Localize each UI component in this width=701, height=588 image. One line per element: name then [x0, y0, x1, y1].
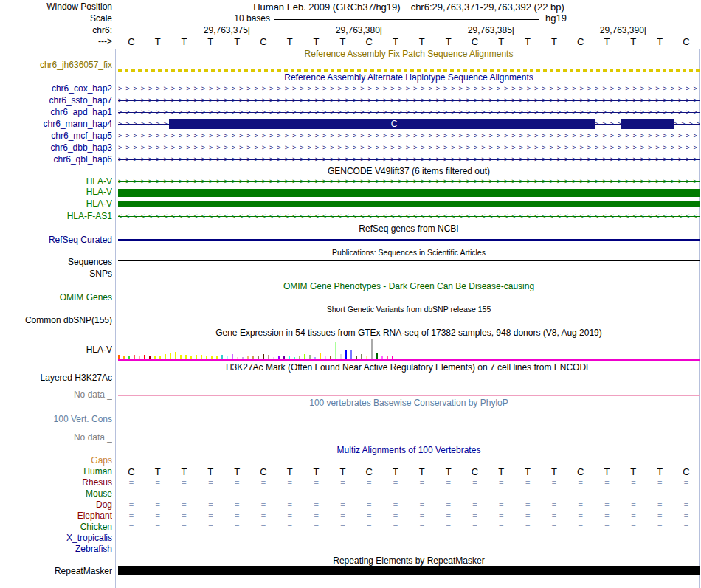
repeatmasker-track-title[interactable]: Repeating Elements by RepeatMasker — [118, 556, 700, 566]
align-mark: = — [118, 499, 145, 511]
repeatmasker-element[interactable] — [118, 566, 700, 575]
gene-label[interactable]: HLA-V — [0, 187, 112, 197]
alt-hap-block[interactable] — [621, 119, 674, 129]
multiz-human-bases[interactable]: CTTTTCTTTCTTTCTTTCTTTC — [118, 466, 700, 477]
alt-hap-track-title[interactable]: Reference Assembly Alternate Haplotype S… — [118, 72, 700, 83]
align-mark: = — [382, 511, 409, 522]
refseq-track-title[interactable]: RefSeq genes from NCBI — [118, 224, 700, 234]
alt-hap-alignment[interactable]: >>>>>>>>>>>>>>>>>>>>>>>>>>>>>>>>>>>>>>>>… — [595, 118, 621, 130]
alt-hap-item-label[interactable]: chr6_mcf_hap5 — [0, 130, 112, 142]
base-cell: C — [250, 466, 277, 477]
multiz-row-label-rhesus[interactable]: Rhesus — [0, 477, 112, 488]
multiz-alignment-marks[interactable]: ====================== — [118, 499, 700, 511]
alt-hap-alignment[interactable]: >>>>>>>>>>>>>>>>>>>>>>>>>>>>>>>>>>>>>>>>… — [118, 153, 700, 165]
alt-hap-alignment[interactable]: >>>>>>>>>>>>>>>>>>>>>>>>>>>>>>>>>>>>>>>>… — [118, 83, 700, 94]
alt-hap-item-label[interactable]: chr6_cox_hap2 — [0, 83, 112, 94]
gtex-track-title[interactable]: Gene Expression in 54 tissues from GTEx … — [118, 328, 700, 338]
alt-hap-item-label[interactable]: chr6_ssto_hap7 — [0, 94, 112, 106]
base-cell: T — [224, 36, 250, 47]
gene-exon-block[interactable] — [118, 201, 700, 207]
gencode-track-title[interactable]: GENCODE V49lift37 (6 items filtered out) — [118, 166, 700, 176]
omim-track-title[interactable]: OMIM Gene Phenotypes - Dark Green Can Be… — [118, 281, 700, 291]
publications-item-label[interactable]: Sequences — [0, 257, 112, 267]
align-mark: = — [409, 522, 435, 533]
align-mark: = — [197, 511, 224, 522]
align-mark: = — [409, 511, 435, 522]
base-cell: T — [277, 466, 303, 477]
gene-exon-block[interactable] — [118, 189, 700, 197]
alt-hap-alignment[interactable]: >>>>>>>>>>>>>>>>>>>>>>>>>>>>>>>>>>>>>>>>… — [118, 106, 700, 118]
alt-hap-alignment[interactable]: >>>>>>>>>>>>>>>>>>>>>>>>>>>>>>>>>>>>>>>>… — [118, 142, 700, 153]
align-mark: = — [250, 499, 277, 511]
alt-hap-item-label[interactable]: chr6_dbb_hap3 — [0, 142, 112, 153]
alt-hap-item-label[interactable]: chr6_qbl_hap6 — [0, 153, 112, 165]
gene-intron-line[interactable]: <<<<<<<<<<<<<<<<<<<<<<<<<<<<<<<<<<<<<<<<… — [118, 211, 700, 222]
base-cell: T — [382, 36, 409, 47]
alt-hap-alignment[interactable]: >>>>>>>>>>>>>>>>>>>>>>>>>>>>>>>>>>>>>>>>… — [118, 118, 169, 130]
align-mark: = — [435, 522, 462, 533]
multiz-track-title[interactable]: Multiz Alignments of 100 Vertebrates — [118, 445, 700, 455]
alt-hap-alignment[interactable]: >>>>>>>>>>>>>>>>>>>>>>>>>>>>>>>>>>>>>>>>… — [118, 130, 700, 142]
align-mark: = — [224, 499, 250, 511]
multiz-alignment-marks[interactable]: ====================== — [118, 511, 700, 522]
base-position-ruler[interactable]: CTTTTCTTTCTTTCTTTCTTTC — [118, 36, 700, 47]
refseq-item-label[interactable]: RefSeq Curated — [0, 235, 112, 245]
gtex-expression-bars[interactable] — [118, 338, 700, 359]
base-cell: T — [646, 36, 673, 47]
gene-label[interactable]: HLA-F-AS1 — [0, 211, 112, 222]
multiz-row-label-human[interactable]: Human — [0, 466, 112, 477]
align-mark: = — [303, 499, 330, 511]
fix-patch-alignment[interactable] — [118, 69, 700, 72]
phylop-track-label[interactable]: 100 Vert. Cons — [0, 414, 112, 424]
phylop-track-title[interactable]: 100 vertebrates Basewise Conservation by… — [118, 398, 700, 408]
multiz-row-label-xtropicalis[interactable]: X_tropicalis — [0, 533, 112, 544]
align-mark: = — [567, 522, 594, 533]
multiz-row-label-chicken[interactable]: Chicken — [0, 522, 112, 533]
fix-patch-track-title[interactable]: Reference Assembly Fix Patch Sequence Al… — [118, 49, 700, 59]
omim-track-label[interactable]: OMIM Genes — [0, 292, 112, 302]
align-mark: = — [356, 511, 382, 522]
multiz-alignment-marks[interactable]: ====================== — [118, 477, 700, 488]
alt-hap-block[interactable] — [169, 119, 595, 129]
multiz-row-label-elephant[interactable]: Elephant — [0, 511, 112, 522]
base-cell: T — [303, 466, 330, 477]
alt-hap-item-label[interactable]: chr6_mann_hap4 — [0, 118, 112, 130]
dbsnp-track-title[interactable]: Short Genetic Variants from dbSNP releas… — [118, 304, 700, 314]
alt-hap-item-label[interactable]: chr6_apd_hap1 — [0, 106, 112, 118]
gtex-gene-label[interactable]: HLA-V — [0, 345, 112, 355]
h3k27ac-track-title[interactable]: H3K27Ac Mark (Often Found Near Active Re… — [118, 362, 700, 373]
phylop-no-data-label: No data _ — [0, 432, 112, 443]
gene-label[interactable]: HLA-V — [0, 176, 112, 187]
align-mark: = — [409, 477, 435, 488]
base-cell: C — [567, 36, 594, 47]
align-mark: = — [567, 511, 594, 522]
h3k27ac-track-label[interactable]: Layered H3K27Ac — [0, 373, 112, 383]
multiz-row-label-gaps[interactable]: Gaps — [0, 455, 112, 466]
multiz-row-label-dog[interactable]: Dog — [0, 499, 112, 511]
multiz-row-label-mouse[interactable]: Mouse — [0, 488, 112, 499]
align-mark: = — [462, 522, 488, 533]
base-cell: C — [118, 36, 145, 47]
gene-intron-line[interactable]: >>>>>>>>>>>>>>>>>>>>>>>>>>>>>>>>>>>>>>>>… — [118, 176, 700, 187]
alt-hap-alignment[interactable]: >>>>>>>>>>>>>>>>>>>>>>>>>>>>>>>>>>>>>>>>… — [118, 94, 700, 106]
gtex-gene-line[interactable] — [118, 359, 700, 361]
alt-hap-alignment[interactable]: >>>>>>>>>>>>>>>>>>>>>>>>>>>>>>>>>>>>>>>>… — [674, 118, 700, 130]
align-mark: = — [594, 477, 621, 488]
base-cell: T — [409, 466, 435, 477]
fix-patch-item-label[interactable]: chr6_jh636057_fix — [0, 60, 112, 70]
refseq-gene-line[interactable] — [118, 239, 700, 241]
publications-track-title[interactable]: Publications: Sequences in Scientific Ar… — [118, 247, 700, 257]
dbsnp-track-label[interactable]: Common dbSNP(155) — [0, 315, 112, 325]
publications-sequence-line[interactable] — [118, 260, 700, 261]
snps-label[interactable]: SNPs — [0, 269, 112, 279]
align-mark: = — [462, 511, 488, 522]
align-mark: = — [673, 522, 700, 533]
multiz-alignment-marks[interactable]: ====================== — [118, 522, 700, 533]
base-cell: T — [330, 36, 356, 47]
base-cell: T — [145, 466, 171, 477]
align-mark: = — [303, 511, 330, 522]
gene-label[interactable]: HLA-V — [0, 199, 112, 209]
multiz-row-label-zebrafish[interactable]: Zebrafish — [0, 544, 112, 555]
repeatmasker-track-label[interactable]: RepeatMasker — [0, 566, 112, 576]
base-cell: C — [118, 466, 145, 477]
